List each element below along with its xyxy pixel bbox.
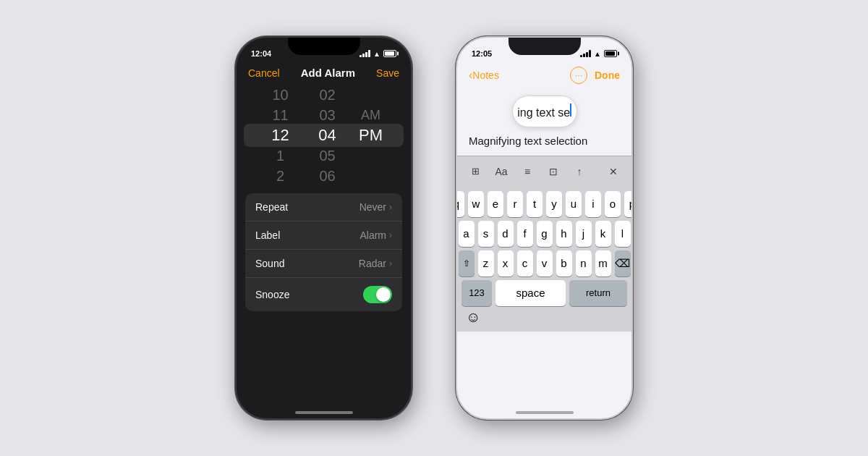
repeat-value: Never › [359, 201, 392, 213]
key-p[interactable]: p [624, 191, 633, 217]
arrow-toolbar-button[interactable]: ↑ [569, 161, 590, 182]
page-title: Add Alarm [301, 67, 355, 79]
key-b[interactable]: b [556, 250, 572, 276]
key-w[interactable]: w [468, 191, 484, 217]
ampm-item[interactable] [351, 145, 391, 166]
battery-fill-right [605, 51, 615, 56]
cancel-button[interactable]: Cancel [248, 67, 280, 79]
key-k[interactable]: k [595, 221, 611, 247]
number-key[interactable]: 123 [461, 280, 492, 306]
label-value: Alarm › [359, 229, 392, 241]
done-button[interactable]: Done [595, 69, 620, 81]
back-button[interactable]: Notes [472, 69, 499, 81]
key-g[interactable]: g [537, 221, 553, 247]
minute-selected[interactable]: 04 [304, 125, 351, 145]
sound-row[interactable]: Sound Radar › [245, 250, 402, 278]
notes-content: ing text se Magnifying text selection [457, 90, 631, 156]
signal-bars-left [359, 50, 370, 57]
nav-right: ··· Done [570, 67, 620, 84]
minute-item[interactable]: 05 [304, 145, 351, 166]
key-l[interactable]: l [615, 221, 631, 247]
right-iphone: 12:05 ▲ ‹ Notes ··· Done ing text [456, 36, 633, 420]
notch [288, 38, 360, 55]
key-c[interactable]: c [517, 250, 533, 276]
key-j[interactable]: j [576, 221, 592, 247]
key-v[interactable]: v [537, 250, 553, 276]
battery-fill-left [385, 51, 394, 56]
key-y[interactable]: y [546, 191, 562, 217]
alarm-nav: Cancel Add Alarm Save [237, 64, 411, 85]
key-a[interactable]: a [459, 221, 475, 247]
hour-item[interactable]: 2 [257, 166, 304, 186]
close-toolbar-button[interactable]: ✕ [603, 161, 624, 182]
key-e[interactable]: e [488, 191, 503, 217]
alarm-settings: Repeat Never › Label Alarm › Sound Radar… [245, 193, 402, 311]
format-toolbar-button[interactable]: ≡ [516, 161, 538, 182]
sound-text: Radar [359, 258, 386, 269]
key-r[interactable]: r [507, 191, 523, 217]
key-row-bottom: 123 space return [460, 280, 629, 306]
hour-item[interactable]: 1 [257, 145, 304, 166]
time-picker[interactable]: 10 11 12 1 2 02 03 04 05 06 AM PM [237, 85, 411, 186]
snooze-toggle[interactable] [363, 286, 392, 303]
am-item[interactable]: AM [351, 105, 391, 125]
wifi-icon-left: ▲ [373, 50, 380, 58]
minute-item[interactable]: 06 [304, 166, 351, 186]
status-time-left: 12:04 [251, 49, 271, 58]
notch-right [509, 38, 581, 55]
label-row[interactable]: Label Alarm › [245, 221, 402, 250]
key-u[interactable]: u [566, 191, 582, 217]
camera-toolbar-button[interactable]: ⊡ [542, 161, 564, 182]
key-row-1: q w e r t y u i o p [460, 191, 629, 217]
status-icons-left: ▲ [359, 50, 396, 58]
key-s[interactable]: s [478, 221, 494, 247]
status-time-right: 12:05 [472, 49, 492, 58]
key-d[interactable]: d [498, 221, 514, 247]
minute-item[interactable]: 03 [304, 105, 351, 125]
key-i[interactable]: i [585, 191, 601, 217]
left-iphone: 12:04 ▲ Cancel Add Alarm Save 10 11 12 1 [235, 36, 412, 420]
key-q[interactable]: q [456, 191, 464, 217]
backspace-key[interactable]: ⌫ [615, 250, 631, 276]
key-row-2: a s d f g h j k l [460, 221, 629, 247]
more-icon: ··· [575, 70, 582, 80]
key-f[interactable]: f [517, 221, 533, 247]
ampm-column[interactable]: AM PM [351, 105, 391, 166]
return-key[interactable]: return [569, 280, 627, 306]
home-indicator-right [516, 411, 574, 414]
notes-nav: ‹ Notes ··· Done [457, 64, 631, 90]
save-button[interactable]: Save [376, 67, 399, 79]
snooze-label: Snooze [255, 289, 289, 300]
hour-selected[interactable]: 12 [257, 125, 304, 145]
key-x[interactable]: x [498, 250, 514, 276]
minute-column[interactable]: 02 03 04 05 06 [304, 85, 351, 186]
hour-item[interactable]: 11 [257, 105, 304, 125]
space-key[interactable]: space [495, 280, 566, 306]
shift-key[interactable]: ⇧ [459, 250, 475, 276]
key-t[interactable]: t [527, 191, 542, 217]
keyboard: q w e r t y u i o p a s d f g h j k l ⇧ … [457, 187, 631, 332]
key-z[interactable]: z [478, 250, 494, 276]
home-indicator-left [295, 411, 353, 414]
snooze-row: Snooze [245, 278, 402, 311]
more-button[interactable]: ··· [570, 67, 587, 84]
key-n[interactable]: n [576, 250, 592, 276]
key-m[interactable]: m [595, 250, 611, 276]
label-label: Label [255, 229, 280, 241]
hour-item[interactable]: 10 [257, 85, 304, 105]
hour-column[interactable]: 10 11 12 1 2 [257, 85, 304, 186]
minute-item[interactable]: 02 [304, 85, 351, 105]
key-o[interactable]: o [605, 191, 621, 217]
time-columns: 10 11 12 1 2 02 03 04 05 06 AM PM [237, 85, 411, 186]
repeat-row[interactable]: Repeat Never › [245, 193, 402, 221]
key-row-3: ⇧ z x c v b n m ⌫ [460, 250, 629, 276]
text-cursor [570, 104, 571, 117]
emoji-button[interactable]: ☺ [466, 309, 480, 326]
pm-selected[interactable]: PM [351, 125, 391, 145]
loupe-container: ing text se [469, 96, 620, 127]
label-chevron: › [389, 230, 392, 240]
notes-body[interactable]: Magnifying text selection [469, 133, 620, 150]
font-toolbar-button[interactable]: Aa [490, 161, 512, 182]
key-h[interactable]: h [556, 221, 572, 247]
table-toolbar-button[interactable]: ⊞ [464, 161, 486, 182]
